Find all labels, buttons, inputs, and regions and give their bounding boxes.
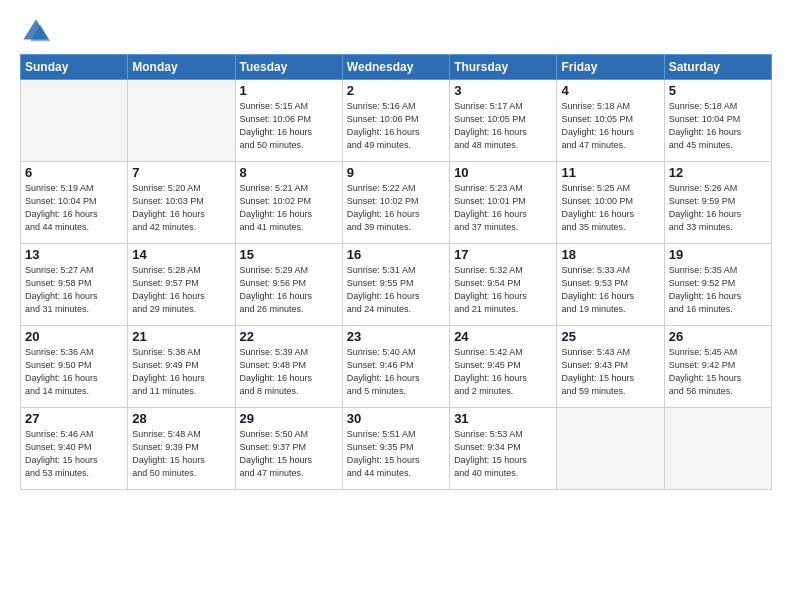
cell-4-2: 29Sunrise: 5:50 AM Sunset: 9:37 PM Dayli… xyxy=(235,408,342,490)
cell-2-4: 17Sunrise: 5:32 AM Sunset: 9:54 PM Dayli… xyxy=(450,244,557,326)
cell-1-3: 9Sunrise: 5:22 AM Sunset: 10:02 PM Dayli… xyxy=(342,162,449,244)
day-info: Sunrise: 5:23 AM Sunset: 10:01 PM Daylig… xyxy=(454,182,552,234)
day-info: Sunrise: 5:15 AM Sunset: 10:06 PM Daylig… xyxy=(240,100,338,152)
col-header-friday: Friday xyxy=(557,55,664,80)
cell-3-0: 20Sunrise: 5:36 AM Sunset: 9:50 PM Dayli… xyxy=(21,326,128,408)
header-row: SundayMondayTuesdayWednesdayThursdayFrid… xyxy=(21,55,772,80)
day-info: Sunrise: 5:16 AM Sunset: 10:06 PM Daylig… xyxy=(347,100,445,152)
day-info: Sunrise: 5:38 AM Sunset: 9:49 PM Dayligh… xyxy=(132,346,230,398)
week-row-4: 27Sunrise: 5:46 AM Sunset: 9:40 PM Dayli… xyxy=(21,408,772,490)
day-number: 9 xyxy=(347,165,445,180)
page: SundayMondayTuesdayWednesdayThursdayFrid… xyxy=(0,0,792,612)
cell-3-6: 26Sunrise: 5:45 AM Sunset: 9:42 PM Dayli… xyxy=(664,326,771,408)
cell-2-5: 18Sunrise: 5:33 AM Sunset: 9:53 PM Dayli… xyxy=(557,244,664,326)
day-number: 23 xyxy=(347,329,445,344)
day-number: 20 xyxy=(25,329,123,344)
day-number: 7 xyxy=(132,165,230,180)
day-number: 19 xyxy=(669,247,767,262)
calendar-table: SundayMondayTuesdayWednesdayThursdayFrid… xyxy=(20,54,772,490)
cell-2-2: 15Sunrise: 5:29 AM Sunset: 9:56 PM Dayli… xyxy=(235,244,342,326)
day-number: 17 xyxy=(454,247,552,262)
day-info: Sunrise: 5:42 AM Sunset: 9:45 PM Dayligh… xyxy=(454,346,552,398)
cell-4-0: 27Sunrise: 5:46 AM Sunset: 9:40 PM Dayli… xyxy=(21,408,128,490)
day-info: Sunrise: 5:50 AM Sunset: 9:37 PM Dayligh… xyxy=(240,428,338,480)
day-info: Sunrise: 5:22 AM Sunset: 10:02 PM Daylig… xyxy=(347,182,445,234)
day-number: 16 xyxy=(347,247,445,262)
cell-1-0: 6Sunrise: 5:19 AM Sunset: 10:04 PM Dayli… xyxy=(21,162,128,244)
day-number: 28 xyxy=(132,411,230,426)
cell-3-2: 22Sunrise: 5:39 AM Sunset: 9:48 PM Dayli… xyxy=(235,326,342,408)
day-number: 24 xyxy=(454,329,552,344)
col-header-wednesday: Wednesday xyxy=(342,55,449,80)
cell-3-1: 21Sunrise: 5:38 AM Sunset: 9:49 PM Dayli… xyxy=(128,326,235,408)
day-info: Sunrise: 5:33 AM Sunset: 9:53 PM Dayligh… xyxy=(561,264,659,316)
day-info: Sunrise: 5:28 AM Sunset: 9:57 PM Dayligh… xyxy=(132,264,230,316)
cell-4-4: 31Sunrise: 5:53 AM Sunset: 9:34 PM Dayli… xyxy=(450,408,557,490)
day-number: 27 xyxy=(25,411,123,426)
day-info: Sunrise: 5:26 AM Sunset: 9:59 PM Dayligh… xyxy=(669,182,767,234)
cell-0-2: 1Sunrise: 5:15 AM Sunset: 10:06 PM Dayli… xyxy=(235,80,342,162)
day-info: Sunrise: 5:35 AM Sunset: 9:52 PM Dayligh… xyxy=(669,264,767,316)
day-info: Sunrise: 5:45 AM Sunset: 9:42 PM Dayligh… xyxy=(669,346,767,398)
cell-2-0: 13Sunrise: 5:27 AM Sunset: 9:58 PM Dayli… xyxy=(21,244,128,326)
day-info: Sunrise: 5:32 AM Sunset: 9:54 PM Dayligh… xyxy=(454,264,552,316)
day-info: Sunrise: 5:53 AM Sunset: 9:34 PM Dayligh… xyxy=(454,428,552,480)
day-number: 14 xyxy=(132,247,230,262)
cell-1-5: 11Sunrise: 5:25 AM Sunset: 10:00 PM Dayl… xyxy=(557,162,664,244)
day-info: Sunrise: 5:21 AM Sunset: 10:02 PM Daylig… xyxy=(240,182,338,234)
cell-0-1 xyxy=(128,80,235,162)
day-info: Sunrise: 5:29 AM Sunset: 9:56 PM Dayligh… xyxy=(240,264,338,316)
day-number: 29 xyxy=(240,411,338,426)
col-header-saturday: Saturday xyxy=(664,55,771,80)
day-info: Sunrise: 5:27 AM Sunset: 9:58 PM Dayligh… xyxy=(25,264,123,316)
day-number: 31 xyxy=(454,411,552,426)
day-number: 22 xyxy=(240,329,338,344)
day-info: Sunrise: 5:18 AM Sunset: 10:04 PM Daylig… xyxy=(669,100,767,152)
day-number: 13 xyxy=(25,247,123,262)
day-number: 1 xyxy=(240,83,338,98)
cell-1-6: 12Sunrise: 5:26 AM Sunset: 9:59 PM Dayli… xyxy=(664,162,771,244)
day-number: 3 xyxy=(454,83,552,98)
day-number: 8 xyxy=(240,165,338,180)
day-info: Sunrise: 5:36 AM Sunset: 9:50 PM Dayligh… xyxy=(25,346,123,398)
day-info: Sunrise: 5:25 AM Sunset: 10:00 PM Daylig… xyxy=(561,182,659,234)
day-number: 26 xyxy=(669,329,767,344)
cell-2-1: 14Sunrise: 5:28 AM Sunset: 9:57 PM Dayli… xyxy=(128,244,235,326)
day-info: Sunrise: 5:46 AM Sunset: 9:40 PM Dayligh… xyxy=(25,428,123,480)
logo xyxy=(20,16,56,48)
day-info: Sunrise: 5:48 AM Sunset: 9:39 PM Dayligh… xyxy=(132,428,230,480)
week-row-1: 6Sunrise: 5:19 AM Sunset: 10:04 PM Dayli… xyxy=(21,162,772,244)
cell-4-1: 28Sunrise: 5:48 AM Sunset: 9:39 PM Dayli… xyxy=(128,408,235,490)
cell-0-3: 2Sunrise: 5:16 AM Sunset: 10:06 PM Dayli… xyxy=(342,80,449,162)
cell-0-6: 5Sunrise: 5:18 AM Sunset: 10:04 PM Dayli… xyxy=(664,80,771,162)
day-number: 10 xyxy=(454,165,552,180)
cell-4-5 xyxy=(557,408,664,490)
day-info: Sunrise: 5:40 AM Sunset: 9:46 PM Dayligh… xyxy=(347,346,445,398)
day-number: 18 xyxy=(561,247,659,262)
cell-2-6: 19Sunrise: 5:35 AM Sunset: 9:52 PM Dayli… xyxy=(664,244,771,326)
cell-0-5: 4Sunrise: 5:18 AM Sunset: 10:05 PM Dayli… xyxy=(557,80,664,162)
cell-2-3: 16Sunrise: 5:31 AM Sunset: 9:55 PM Dayli… xyxy=(342,244,449,326)
day-number: 5 xyxy=(669,83,767,98)
cell-4-3: 30Sunrise: 5:51 AM Sunset: 9:35 PM Dayli… xyxy=(342,408,449,490)
day-info: Sunrise: 5:17 AM Sunset: 10:05 PM Daylig… xyxy=(454,100,552,152)
cell-3-3: 23Sunrise: 5:40 AM Sunset: 9:46 PM Dayli… xyxy=(342,326,449,408)
col-header-sunday: Sunday xyxy=(21,55,128,80)
day-number: 30 xyxy=(347,411,445,426)
day-number: 21 xyxy=(132,329,230,344)
day-info: Sunrise: 5:51 AM Sunset: 9:35 PM Dayligh… xyxy=(347,428,445,480)
day-number: 11 xyxy=(561,165,659,180)
cell-1-1: 7Sunrise: 5:20 AM Sunset: 10:03 PM Dayli… xyxy=(128,162,235,244)
day-number: 4 xyxy=(561,83,659,98)
day-number: 6 xyxy=(25,165,123,180)
cell-0-4: 3Sunrise: 5:17 AM Sunset: 10:05 PM Dayli… xyxy=(450,80,557,162)
day-info: Sunrise: 5:20 AM Sunset: 10:03 PM Daylig… xyxy=(132,182,230,234)
col-header-monday: Monday xyxy=(128,55,235,80)
cell-1-2: 8Sunrise: 5:21 AM Sunset: 10:02 PM Dayli… xyxy=(235,162,342,244)
day-info: Sunrise: 5:18 AM Sunset: 10:05 PM Daylig… xyxy=(561,100,659,152)
week-row-3: 20Sunrise: 5:36 AM Sunset: 9:50 PM Dayli… xyxy=(21,326,772,408)
cell-0-0 xyxy=(21,80,128,162)
day-info: Sunrise: 5:31 AM Sunset: 9:55 PM Dayligh… xyxy=(347,264,445,316)
day-info: Sunrise: 5:19 AM Sunset: 10:04 PM Daylig… xyxy=(25,182,123,234)
day-number: 2 xyxy=(347,83,445,98)
